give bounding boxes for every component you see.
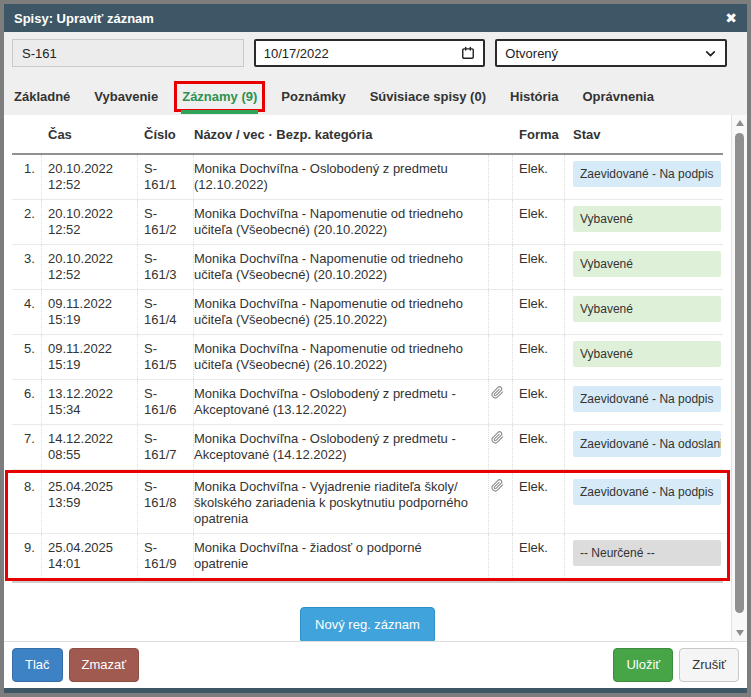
row-name: Monika Dochvíľna - Vyjadrenie riaditeľa … bbox=[194, 473, 489, 533]
status-badge: Vybavené bbox=[573, 206, 721, 232]
row-number: 2. bbox=[12, 200, 42, 244]
header-row-number bbox=[12, 121, 42, 148]
header-number: Číslo bbox=[138, 121, 194, 148]
table-row[interactable]: 9. 25.04.2025 14:01 S-161/9 Monika Dochv… bbox=[8, 534, 727, 578]
row-forma: Elek. bbox=[513, 200, 565, 244]
tab-vybavenie[interactable]: Vybavenie bbox=[94, 84, 158, 115]
status-badge: Vybavené bbox=[573, 341, 721, 367]
row-time: 14.12.2022 08:55 bbox=[42, 425, 138, 469]
delete-button[interactable]: Zmazať bbox=[69, 648, 140, 682]
row-record-number: S-161/8 bbox=[138, 473, 194, 533]
row-name: Monika Dochvíľna - Oslobodený z predmetu… bbox=[194, 380, 489, 424]
table-row[interactable]: 8. 25.04.2025 13:59 S-161/8 Monika Dochv… bbox=[8, 473, 727, 534]
row-forma: Elek. bbox=[513, 425, 565, 469]
row-time: 09.11.2022 15:19 bbox=[42, 335, 138, 379]
row-number: 4. bbox=[12, 290, 42, 334]
tab-suvisiace-spisy-0[interactable]: Súvisiace spisy (0) bbox=[370, 84, 486, 115]
date-input[interactable]: 10/17/2022 bbox=[254, 39, 486, 67]
paperclip-icon bbox=[491, 479, 504, 492]
row-time: 09.11.2022 15:19 bbox=[42, 290, 138, 334]
tab-zaznamy-9[interactable]: Záznamy (9) bbox=[182, 84, 257, 115]
records-panel: Čas Číslo Názov / vec · Bezp. kategória … bbox=[4, 115, 731, 641]
row-name: Monika Dochvíľna - Napomenutie od triedn… bbox=[194, 200, 489, 244]
records-table: 1. 20.10.2022 12:52 S-161/1 Monika Dochv… bbox=[12, 155, 723, 581]
table-row[interactable]: 6. 13.12.2022 15:34 S-161/6 Monika Dochv… bbox=[12, 380, 723, 425]
table-row[interactable]: 7. 14.12.2022 08:55 S-161/7 Monika Dochv… bbox=[12, 425, 723, 470]
table-row[interactable]: 5. 09.11.2022 15:19 S-161/5 Monika Dochv… bbox=[12, 335, 723, 380]
row-name: Monika Dochvíľna - Napomenutie od triedn… bbox=[194, 335, 489, 379]
row-name: Monika Dochvíľna - Oslobodený z predmetu… bbox=[194, 425, 489, 469]
row-time: 25.04.2025 14:01 bbox=[42, 534, 138, 578]
table-header-row: Čas Číslo Názov / vec · Bezp. kategória … bbox=[12, 115, 723, 155]
cancel-button[interactable]: Zrušiť bbox=[679, 648, 739, 682]
status-badge: Zaevidované - Na odoslanie bbox=[573, 431, 721, 457]
header-attachment bbox=[489, 121, 513, 148]
row-name: Monika Dochvíľna - Napomenutie od triedn… bbox=[194, 290, 489, 334]
table-row[interactable]: 4. 09.11.2022 15:19 S-161/4 Monika Dochv… bbox=[12, 290, 723, 335]
close-icon[interactable]: ✖ bbox=[725, 11, 737, 25]
tab-label: Oprávnenia bbox=[582, 89, 654, 104]
dialog-title: Spisy: Upraviť záznam bbox=[14, 11, 154, 26]
status-badge: Zaevidované - Na podpis bbox=[573, 479, 721, 505]
tab-label: Súvisiace spisy (0) bbox=[370, 89, 486, 104]
table-row[interactable]: 3. 20.10.2022 12:52 S-161/3 Monika Dochv… bbox=[12, 245, 723, 290]
print-button[interactable]: Tlač bbox=[12, 648, 63, 682]
dialog-footer: Tlač Zmazať Uložiť Zrušiť bbox=[4, 641, 747, 688]
row-forma: Elek. bbox=[513, 290, 565, 334]
tab-bar: Základné Vybavenie Záznamy (9) Poznámky … bbox=[4, 74, 747, 115]
scroll-up-arrow[interactable] bbox=[732, 115, 747, 131]
table-row[interactable]: 1. 20.10.2022 12:52 S-161/1 Monika Dochv… bbox=[12, 155, 723, 200]
status-select-value: Otvorený bbox=[505, 46, 558, 61]
row-record-number: S-161/5 bbox=[138, 335, 194, 379]
tab-poznamky[interactable]: Poznámky bbox=[281, 84, 345, 115]
record-number-input[interactable] bbox=[12, 39, 244, 67]
row-time: 20.10.2022 12:52 bbox=[42, 245, 138, 289]
row-record-number: S-161/1 bbox=[138, 155, 194, 199]
header-name: Názov / vec · Bezp. kategória bbox=[194, 121, 489, 148]
status-badge: Vybavené bbox=[573, 251, 721, 277]
row-record-number: S-161/4 bbox=[138, 290, 194, 334]
tab-zakladne[interactable]: Základné bbox=[14, 84, 70, 115]
table-bottom-border bbox=[12, 581, 723, 583]
status-badge: Zaevidované - Na podpis bbox=[573, 161, 721, 187]
scrollbar-thumb[interactable] bbox=[735, 133, 744, 613]
tab-historia[interactable]: História bbox=[510, 84, 558, 115]
table-row[interactable]: 2. 20.10.2022 12:52 S-161/2 Monika Dochv… bbox=[12, 200, 723, 245]
row-number: 5. bbox=[12, 335, 42, 379]
status-badge: Zaevidované - Na podpis bbox=[573, 386, 721, 412]
status-select[interactable]: Otvorený bbox=[495, 39, 727, 67]
paperclip-icon bbox=[491, 386, 504, 399]
row-time: 25.04.2025 13:59 bbox=[42, 473, 138, 533]
tab-label: História bbox=[510, 89, 558, 104]
tab-label: Záznamy (9) bbox=[182, 89, 257, 104]
header-forma: Forma bbox=[513, 121, 565, 148]
row-number: 7. bbox=[12, 425, 42, 469]
calendar-icon bbox=[461, 46, 475, 60]
row-number: 1. bbox=[12, 155, 42, 199]
vertical-scrollbar[interactable] bbox=[731, 115, 747, 641]
tab-label: Vybavenie bbox=[94, 89, 158, 104]
controls-row: 10/17/2022 Otvorený bbox=[4, 32, 747, 74]
dialog-bottom-strip bbox=[4, 688, 747, 693]
new-record-button[interactable]: Nový reg. záznam bbox=[300, 607, 435, 643]
row-forma: Elek. bbox=[513, 245, 565, 289]
header-time: Čas bbox=[42, 121, 138, 148]
row-record-number: S-161/7 bbox=[138, 425, 194, 469]
row-forma: Elek. bbox=[513, 380, 565, 424]
row-forma: Elek. bbox=[513, 473, 565, 533]
row-name: Monika Dochvíľna - Oslobodený z predmetu… bbox=[194, 155, 489, 199]
row-number: 6. bbox=[12, 380, 42, 424]
paperclip-icon bbox=[491, 431, 504, 444]
scrollbar-track[interactable] bbox=[732, 131, 747, 625]
dialog-titlebar: Spisy: Upraviť záznam ✖ bbox=[4, 4, 747, 32]
row-number: 3. bbox=[12, 245, 42, 289]
scroll-down-arrow[interactable] bbox=[732, 625, 747, 641]
row-record-number: S-161/9 bbox=[138, 534, 194, 578]
status-badge: -- Neurčené -- bbox=[573, 540, 721, 566]
tab-label: Poznámky bbox=[281, 89, 345, 104]
row-record-number: S-161/3 bbox=[138, 245, 194, 289]
row-forma: Elek. bbox=[513, 155, 565, 199]
save-button[interactable]: Uložiť bbox=[613, 648, 673, 682]
tab-content: Čas Číslo Názov / vec · Bezp. kategória … bbox=[4, 115, 747, 641]
tab-opravnenia[interactable]: Oprávnenia bbox=[582, 84, 654, 115]
